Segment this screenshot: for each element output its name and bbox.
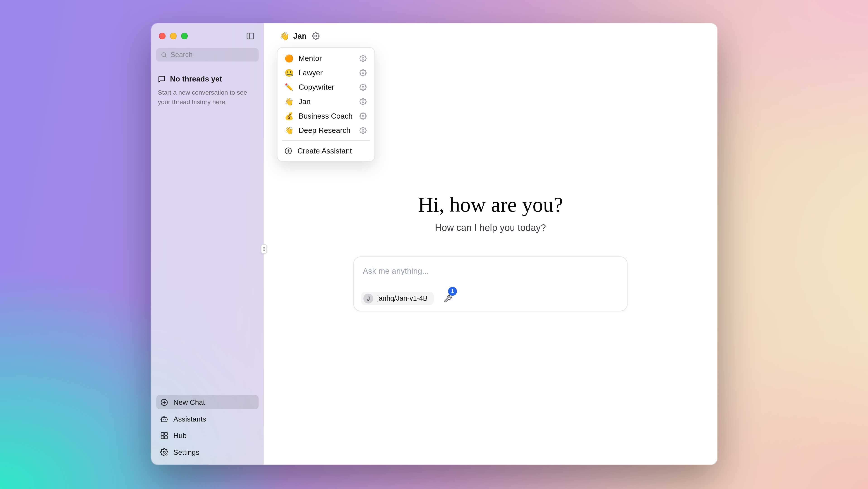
assistant-selector[interactable]: 👋 Jan (280, 31, 319, 40)
empty-state-title: No threads yet (170, 75, 222, 83)
sidebar-item-label: Assistants (174, 415, 206, 423)
model-avatar: J (363, 294, 373, 304)
sidebar-item-label: New Chat (174, 398, 205, 406)
gear-icon[interactable] (359, 111, 368, 121)
assistant-emoji: 🤐 (284, 68, 294, 77)
empty-state-description: Start a new conversation to see your thr… (158, 88, 255, 107)
greeting-title: Hi, how are you? (264, 192, 717, 217)
create-assistant-label: Create Assistant (298, 147, 352, 155)
grid-icon (160, 431, 168, 440)
minimize-button[interactable] (170, 33, 177, 39)
gear-icon[interactable] (312, 32, 319, 40)
menu-item-business-coach[interactable]: 💰 Business Coach (281, 109, 371, 123)
assistant-name: Jan (293, 31, 307, 40)
sidebar-item-new-chat[interactable]: New Chat (156, 395, 259, 409)
plus-circle-icon (160, 398, 168, 406)
assistant-emoji: 👋 (280, 31, 289, 40)
app-window: No threads yet Start a new conversation … (151, 23, 717, 465)
menu-divider (282, 140, 370, 141)
menu-item-label: Copywriter (299, 83, 354, 91)
composer: J janhq/Jan-v1-4B 1 (353, 256, 627, 311)
toggle-sidebar-button[interactable] (245, 31, 256, 42)
traffic-lights (159, 33, 188, 39)
sidebar-item-label: Settings (174, 448, 199, 456)
search-box[interactable] (156, 48, 259, 62)
assistant-emoji: 🟠 (284, 54, 294, 62)
threads-empty-state: No threads yet Start a new conversation … (156, 75, 259, 107)
model-name: janhq/Jan-v1-4B (377, 295, 428, 302)
sidebar-spacer (156, 107, 259, 395)
panel-left-icon (246, 31, 255, 40)
menu-item-lawyer[interactable]: 🤐 Lawyer (281, 65, 371, 80)
search-icon (160, 52, 167, 58)
chat-bubble-icon (158, 75, 165, 83)
sidebar-item-settings[interactable]: Settings (156, 445, 259, 459)
sidebar-nav: New Chat Assistants Hub Settings (156, 395, 259, 460)
composer-toolbar: J janhq/Jan-v1-4B 1 (361, 292, 453, 305)
wrench-icon (444, 294, 452, 303)
plus-circle-icon (284, 147, 292, 155)
gear-icon[interactable] (359, 97, 368, 106)
menu-item-label: Jan (299, 97, 354, 105)
gear-icon[interactable] (359, 54, 368, 63)
sidebar: No threads yet Start a new conversation … (151, 23, 264, 465)
menu-item-label: Deep Research (299, 126, 354, 134)
desktop: No threads yet Start a new conversation … (0, 0, 868, 489)
main-area: 👋 Jan 🟠 Mentor 🤐 Lawyer ✏️ (264, 23, 717, 465)
assistant-menu: 🟠 Mentor 🤐 Lawyer ✏️ Copywriter 👋 Jan (277, 47, 375, 162)
menu-item-deep-research[interactable]: 👋 Deep Research (281, 123, 371, 137)
gear-icon (160, 448, 168, 456)
menu-item-copywriter[interactable]: ✏️ Copywriter (281, 80, 371, 94)
menu-item-label: Business Coach (299, 112, 354, 120)
model-selector[interactable]: J janhq/Jan-v1-4B (361, 292, 434, 305)
search-input[interactable] (171, 51, 260, 59)
sidebar-item-assistants[interactable]: Assistants (156, 411, 259, 426)
assistant-emoji: 👋 (284, 97, 294, 105)
greeting-subtitle: How can I help you today? (264, 222, 717, 234)
zoom-button[interactable] (181, 33, 188, 39)
menu-item-label: Lawyer (299, 68, 354, 77)
assistant-emoji: ✏️ (284, 83, 294, 91)
main-header: 👋 Jan (264, 23, 717, 49)
menu-item-mentor[interactable]: 🟠 Mentor (281, 51, 371, 65)
sidebar-resize-handle[interactable] (261, 244, 267, 254)
grip-icon (261, 245, 267, 253)
gear-icon[interactable] (359, 125, 368, 135)
tools-button-wrap: 1 (443, 293, 453, 304)
menu-item-label: Mentor (299, 54, 354, 62)
assistant-emoji: 💰 (284, 112, 294, 120)
assistant-emoji: 👋 (284, 126, 294, 134)
close-button[interactable] (159, 33, 165, 39)
bot-icon (160, 415, 168, 423)
gear-icon[interactable] (359, 82, 368, 92)
sidebar-item-hub[interactable]: Hub (156, 428, 259, 442)
create-assistant-button[interactable]: Create Assistant (281, 144, 371, 158)
message-input[interactable] (354, 257, 627, 275)
sidebar-item-label: Hub (174, 431, 187, 440)
sidebar-top-bar (156, 31, 259, 41)
menu-item-jan[interactable]: 👋 Jan (281, 94, 371, 109)
gear-icon[interactable] (359, 68, 368, 78)
greeting: Hi, how are you? How can I help you toda… (264, 192, 717, 234)
tools-count-badge: 1 (448, 286, 457, 296)
